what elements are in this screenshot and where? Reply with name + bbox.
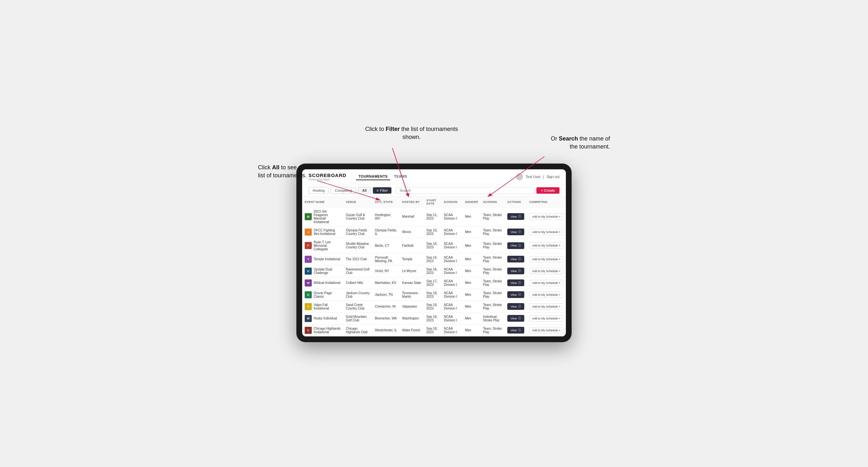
add-to-schedule-button[interactable]: Add to My Schedule +: [529, 291, 563, 298]
col-venue: VENUE: [343, 197, 372, 208]
search-input[interactable]: [396, 187, 534, 194]
tablet-frame: SCOREBOARD Powered by clippd TOURNAMENTS…: [297, 163, 571, 342]
annotation-right: Or Search the name of the tournament.: [546, 135, 610, 151]
cell-scoring: Team, Stroke Play: [480, 226, 505, 238]
col-hosted-by: HOSTED BY: [399, 197, 424, 208]
cell-competing: Add to My Schedule +: [527, 289, 566, 301]
table-row: G Grover Page Classic Jackson Country Cl…: [302, 289, 566, 301]
view-button[interactable]: View ⓘ: [507, 279, 524, 286]
add-to-schedule-button[interactable]: Add to My Schedule +: [529, 304, 563, 310]
col-start-date: START DATE: [424, 197, 441, 208]
competing-tab[interactable]: Competing: [331, 187, 356, 194]
cell-division: NCAA Division I: [441, 207, 463, 226]
add-to-schedule-button[interactable]: Add to My Schedule +: [529, 256, 563, 262]
cell-venue: Sand Creek Country Club: [343, 301, 372, 312]
table-row: I OFCC Fighting Illini Invitational Olym…: [302, 226, 566, 238]
cell-division: NCAA Division I: [441, 289, 463, 301]
tablet-screen: SCOREBOARD Powered by clippd TOURNAMENTS…: [302, 169, 566, 336]
table-row: V Valpo Fall Invitational Sand Creek Cou…: [302, 301, 566, 312]
cell-actions: View ⓘ: [505, 312, 527, 324]
annotation-left: Click All to see a full list of tourname…: [258, 163, 319, 180]
team-logo: T: [305, 256, 312, 263]
view-button[interactable]: View ⓘ: [507, 291, 524, 298]
view-button[interactable]: View ⓘ: [507, 242, 524, 249]
team-logo: I: [305, 228, 312, 236]
view-button[interactable]: View ⓘ: [507, 268, 524, 274]
cell-actions: View ⓘ: [505, 289, 527, 301]
cell-hosted-by: Fairfield: [399, 238, 424, 253]
col-gender: GENDER: [463, 197, 480, 208]
cell-hosted-by: Temple: [399, 253, 424, 265]
filter-label: Filter: [380, 189, 388, 192]
header-right: Test User | Sign out: [516, 173, 559, 180]
event-name-text: Wildcat Invitational: [314, 281, 340, 285]
cell-actions: View ⓘ: [505, 238, 527, 253]
event-name-text: Upstate Dual Challenge: [314, 268, 341, 275]
view-button[interactable]: View ⓘ: [507, 315, 524, 322]
cell-actions: View ⓘ: [505, 253, 527, 265]
sign-out-link[interactable]: Sign out: [547, 175, 559, 179]
user-avatar: [516, 173, 523, 180]
tournaments-table: EVENT NAME VENUE CITY, STATE HOSTED BY S…: [302, 197, 566, 336]
info-icon: ⓘ: [518, 244, 521, 248]
cell-division: NCAA Division I: [441, 238, 463, 253]
cell-hosted-by: Kansas State: [399, 277, 424, 289]
cell-event-name: T Temple Invitational: [302, 253, 343, 265]
info-icon: ⓘ: [518, 230, 521, 234]
info-icon: ⓘ: [518, 328, 521, 332]
event-name-text: Husky Individual: [314, 317, 337, 320]
col-city-state: CITY, STATE: [372, 197, 399, 208]
cell-event-name: V Valpo Fall Invitational: [302, 301, 343, 312]
add-to-schedule-button[interactable]: Add to My Schedule +: [529, 229, 563, 235]
view-button[interactable]: View ⓘ: [507, 303, 524, 310]
cell-division: NCAA Division I: [441, 226, 463, 238]
event-name-text: Temple Invitational: [314, 257, 340, 261]
add-to-schedule-button[interactable]: Add to My Schedule +: [529, 242, 563, 249]
cell-city-state: Westchester, IL: [372, 324, 399, 336]
view-button[interactable]: View ⓘ: [507, 228, 524, 235]
cell-event-name: G Grover Page Classic: [302, 289, 343, 301]
table-header-row: EVENT NAME VENUE CITY, STATE HOSTED BY S…: [302, 197, 566, 208]
col-competing: COMPETING: [527, 197, 566, 208]
table-row: T Temple Invitational The 1912 Club Plym…: [302, 253, 566, 265]
nav-tab-teams[interactable]: TEAMS: [392, 173, 410, 180]
cell-competing: Add to My Schedule +: [527, 324, 566, 336]
cell-actions: View ⓘ: [505, 207, 527, 226]
cell-venue: The 1912 Club: [343, 253, 372, 265]
view-button[interactable]: View ⓘ: [507, 213, 524, 220]
add-to-schedule-button[interactable]: Add to My Schedule +: [529, 327, 563, 334]
cell-division: NCAA Division I: [441, 265, 463, 277]
tournaments-table-container: EVENT NAME VENUE CITY, STATE HOSTED BY S…: [302, 197, 566, 336]
hosting-tab[interactable]: Hosting: [309, 187, 329, 194]
team-logo: V: [305, 303, 312, 310]
add-to-schedule-button[interactable]: Add to My Schedule +: [529, 280, 563, 286]
view-button[interactable]: View ⓘ: [507, 327, 524, 334]
cell-gender: Men: [463, 277, 480, 289]
add-to-schedule-button[interactable]: Add to My Schedule +: [529, 315, 563, 322]
main-nav: TOURNAMENTS TEAMS: [356, 173, 509, 180]
view-button[interactable]: View ⓘ: [507, 256, 524, 262]
cell-city-state: Bremerton, WA: [372, 312, 399, 324]
cell-start-date: Sep 18, 2023: [424, 312, 441, 324]
add-to-schedule-button[interactable]: Add to My Schedule +: [529, 268, 563, 274]
cell-city-state: Jackson, TN: [372, 289, 399, 301]
cell-gender: Men: [463, 226, 480, 238]
cell-venue: Shuttle Meadow Country Club: [343, 238, 372, 253]
all-tab[interactable]: All: [358, 187, 371, 194]
filter-button[interactable]: ≡ Filter: [373, 187, 392, 194]
cell-start-date: Sep 16, 2023: [424, 265, 441, 277]
create-button[interactable]: + Create: [536, 187, 559, 194]
col-actions: ACTIONS: [505, 197, 527, 208]
cell-actions: View ⓘ: [505, 277, 527, 289]
info-icon: ⓘ: [518, 281, 521, 285]
info-icon: ⓘ: [518, 269, 521, 273]
cell-competing: Add to My Schedule +: [527, 277, 566, 289]
add-to-schedule-button[interactable]: Add to My Schedule +: [529, 214, 563, 220]
cell-city-state: Manhattan, KS: [372, 277, 399, 289]
cell-hosted-by: Wake Forest: [399, 324, 424, 336]
cell-actions: View ⓘ: [505, 301, 527, 312]
nav-tab-tournaments[interactable]: TOURNAMENTS: [356, 173, 390, 180]
col-division: DIVISION: [441, 197, 463, 208]
event-name-text: OFCC Fighting Illini Invitational: [314, 228, 341, 236]
team-logo: W: [305, 279, 312, 286]
